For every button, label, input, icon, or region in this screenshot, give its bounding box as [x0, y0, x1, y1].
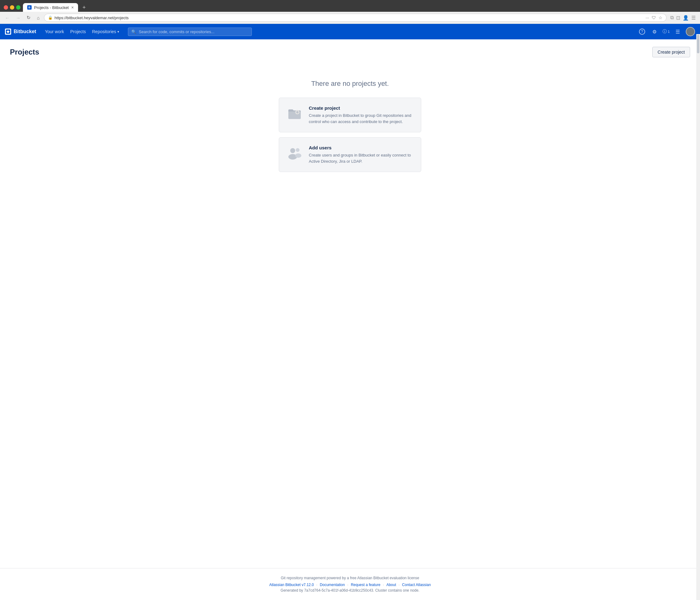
overflow-button[interactable]: ···	[646, 15, 649, 20]
extensions-icon[interactable]: ⧉	[670, 15, 674, 21]
header-actions: ? ⚙ ⓘ 1 ☰	[638, 27, 695, 36]
search-placeholder: Search for code, commits or repositories…	[139, 29, 214, 34]
help-button[interactable]: ?	[638, 27, 646, 36]
new-tab-button[interactable]: +	[80, 4, 88, 11]
empty-message: There are no projects yet.	[311, 80, 389, 88]
footer-cluster-info: Generated by 7a7cd764-5c7a-401f-a06d-41b…	[5, 588, 695, 593]
settings-icon: ⚙	[652, 29, 657, 35]
app-header: Bitbucket Your work Projects Repositorie…	[0, 24, 700, 39]
scrollbar[interactable]	[696, 34, 700, 600]
footer-license: Git repository management powered by a f…	[5, 576, 695, 580]
close-window-button[interactable]	[4, 5, 8, 9]
browser-titlebar: B Projects - Bitbucket × +	[4, 3, 696, 12]
notifications-button[interactable]: ⓘ 1	[662, 29, 670, 34]
global-search[interactable]: 🔍 Search for code, commits or repositori…	[128, 28, 252, 36]
add-users-card-desc: Create users and groups in Bitbucket or …	[309, 152, 414, 164]
browser-toolbar: ← → ↻ ⌂ 🔒 https://bitbucket.heyvaldemar.…	[0, 12, 700, 24]
empty-state: There are no projects yet. Create projec…	[10, 67, 690, 185]
folder-plus-icon	[286, 105, 303, 121]
create-project-card-title: Create project	[309, 105, 414, 111]
create-project-card[interactable]: Create project Create a project in Bitbu…	[279, 98, 421, 132]
create-project-card-desc: Create a project in Bitbucket to group G…	[309, 113, 414, 125]
footer-link-docs[interactable]: Documentation	[320, 583, 345, 587]
tab-close-button[interactable]: ×	[71, 5, 74, 10]
back-button[interactable]: ←	[3, 14, 11, 22]
svg-point-5	[290, 148, 295, 153]
help-icon: ?	[639, 28, 645, 35]
tab-favicon: B	[27, 5, 32, 9]
page-footer: Git repository management powered by a f…	[0, 568, 700, 600]
window-controls	[4, 5, 21, 9]
active-tab[interactable]: B Projects - Bitbucket ×	[23, 3, 78, 12]
footer-link-contact[interactable]: Contact Atlassian	[402, 583, 431, 587]
minimize-window-button[interactable]	[10, 5, 14, 9]
address-actions: ··· 🛡 ☆	[646, 15, 662, 20]
bookmark-icon[interactable]: ☆	[658, 15, 662, 20]
nav-repositories-label: Repositories	[92, 29, 116, 34]
maximize-window-button[interactable]	[16, 5, 21, 9]
logo[interactable]: Bitbucket	[5, 28, 36, 35]
browser-actions: ⧉ ⊡ 👤 ☰	[669, 15, 697, 21]
address-bar[interactable]: 🔒 https://bitbucket.heyvaldemar.net/proj…	[44, 14, 667, 22]
add-users-card[interactable]: Add users Create users and groups in Bit…	[279, 137, 421, 172]
search-icon: 🔍	[131, 29, 136, 34]
user-avatar[interactable]	[686, 27, 695, 36]
security-icon: 🔒	[48, 16, 53, 20]
chat-icon: ☰	[676, 29, 680, 35]
scrollbar-thumb[interactable]	[697, 35, 699, 53]
page-title: Projects	[10, 48, 39, 56]
menu-icon[interactable]: ☰	[691, 15, 696, 21]
notification-badge: 1	[668, 30, 670, 33]
action-cards: Create project Create a project in Bitbu…	[279, 98, 421, 172]
url-text: https://bitbucket.heyvaldemar.net/projec…	[54, 16, 644, 20]
svg-point-8	[295, 153, 301, 158]
home-button[interactable]: ⌂	[35, 14, 42, 22]
logo-icon	[5, 28, 11, 35]
chevron-down-icon: ▾	[117, 30, 119, 34]
logo-text: Bitbucket	[14, 29, 36, 34]
footer-links: Atlassian Bitbucket v7.12.0 · Documentat…	[5, 583, 695, 587]
tab-title: Projects - Bitbucket	[34, 5, 69, 10]
footer-link-feature[interactable]: Request a feature	[351, 583, 380, 587]
reader-icon[interactable]: ⊡	[676, 15, 680, 21]
main-nav: Your work Projects Repositories ▾	[43, 27, 122, 36]
notification-icon: ⓘ	[662, 29, 667, 34]
nav-projects[interactable]: Projects	[68, 27, 89, 36]
browser-chrome: B Projects - Bitbucket × +	[0, 0, 700, 12]
nav-your-work[interactable]: Your work	[43, 27, 67, 36]
page-content: Projects Create project There are no pro…	[0, 39, 700, 568]
pocket-icon: 🛡	[652, 15, 656, 20]
page-header: Projects Create project	[10, 47, 690, 57]
forward-button[interactable]: →	[14, 14, 22, 22]
svg-point-7	[296, 148, 300, 152]
chat-button[interactable]: ☰	[673, 27, 682, 36]
create-project-button[interactable]: Create project	[652, 47, 690, 57]
create-project-card-content: Create project Create a project in Bitbu…	[309, 105, 414, 125]
add-users-card-content: Add users Create users and groups in Bit…	[309, 145, 414, 164]
footer-link-about[interactable]: About	[386, 583, 396, 587]
reload-button[interactable]: ↻	[25, 14, 32, 22]
account-icon[interactable]: 👤	[683, 15, 689, 21]
nav-repositories[interactable]: Repositories ▾	[90, 27, 122, 36]
users-icon	[286, 145, 303, 161]
settings-button[interactable]: ⚙	[650, 27, 659, 36]
footer-link-version[interactable]: Atlassian Bitbucket v7.12.0	[269, 583, 314, 587]
add-users-card-title: Add users	[309, 145, 414, 150]
